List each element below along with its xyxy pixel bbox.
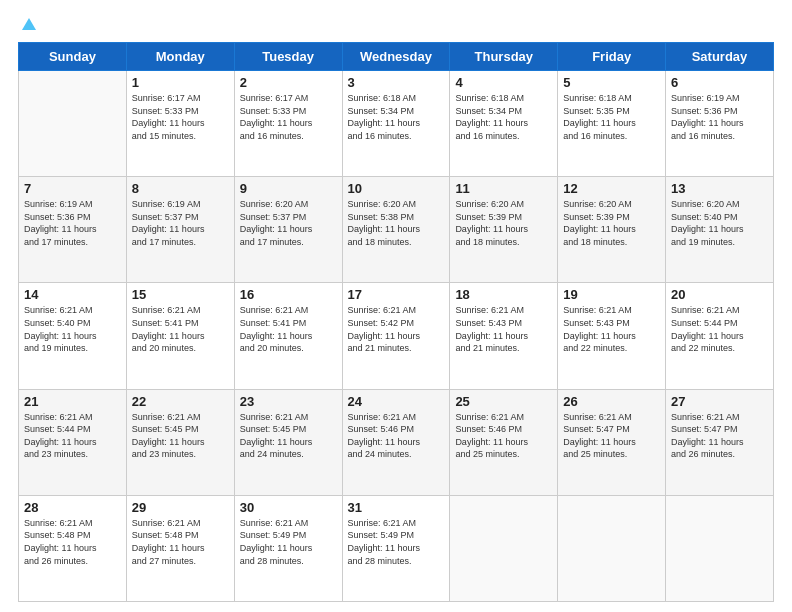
weekday-header-wednesday: Wednesday [342,43,450,71]
day-info: Sunrise: 6:21 AM Sunset: 5:45 PM Dayligh… [240,411,337,461]
calendar-day-9: 9Sunrise: 6:20 AM Sunset: 5:37 PM Daylig… [234,177,342,283]
day-info: Sunrise: 6:21 AM Sunset: 5:44 PM Dayligh… [671,304,768,354]
day-number: 12 [563,181,660,196]
day-info: Sunrise: 6:17 AM Sunset: 5:33 PM Dayligh… [240,92,337,142]
calendar-day-24: 24Sunrise: 6:21 AM Sunset: 5:46 PM Dayli… [342,389,450,495]
calendar-day-25: 25Sunrise: 6:21 AM Sunset: 5:46 PM Dayli… [450,389,558,495]
day-number: 20 [671,287,768,302]
day-info: Sunrise: 6:21 AM Sunset: 5:41 PM Dayligh… [132,304,229,354]
day-number: 24 [348,394,445,409]
day-info: Sunrise: 6:21 AM Sunset: 5:41 PM Dayligh… [240,304,337,354]
day-number: 10 [348,181,445,196]
weekday-header-monday: Monday [126,43,234,71]
logo-triangle-icon [22,18,36,30]
day-info: Sunrise: 6:21 AM Sunset: 5:43 PM Dayligh… [563,304,660,354]
day-number: 18 [455,287,552,302]
calendar-table: SundayMondayTuesdayWednesdayThursdayFrid… [18,42,774,602]
calendar-empty-cell [450,495,558,601]
calendar-day-31: 31Sunrise: 6:21 AM Sunset: 5:49 PM Dayli… [342,495,450,601]
calendar-week-row: 28Sunrise: 6:21 AM Sunset: 5:48 PM Dayli… [19,495,774,601]
day-number: 6 [671,75,768,90]
day-number: 22 [132,394,229,409]
calendar-day-5: 5Sunrise: 6:18 AM Sunset: 5:35 PM Daylig… [558,71,666,177]
calendar-day-28: 28Sunrise: 6:21 AM Sunset: 5:48 PM Dayli… [19,495,127,601]
day-info: Sunrise: 6:21 AM Sunset: 5:47 PM Dayligh… [563,411,660,461]
day-number: 3 [348,75,445,90]
calendar-week-row: 1Sunrise: 6:17 AM Sunset: 5:33 PM Daylig… [19,71,774,177]
weekday-header-friday: Friday [558,43,666,71]
calendar-week-row: 14Sunrise: 6:21 AM Sunset: 5:40 PM Dayli… [19,283,774,389]
calendar-day-1: 1Sunrise: 6:17 AM Sunset: 5:33 PM Daylig… [126,71,234,177]
calendar-day-15: 15Sunrise: 6:21 AM Sunset: 5:41 PM Dayli… [126,283,234,389]
calendar-empty-cell [666,495,774,601]
calendar-week-row: 21Sunrise: 6:21 AM Sunset: 5:44 PM Dayli… [19,389,774,495]
day-number: 9 [240,181,337,196]
day-number: 8 [132,181,229,196]
day-number: 28 [24,500,121,515]
day-info: Sunrise: 6:21 AM Sunset: 5:48 PM Dayligh… [24,517,121,567]
day-number: 27 [671,394,768,409]
day-info: Sunrise: 6:21 AM Sunset: 5:40 PM Dayligh… [24,304,121,354]
weekday-header-row: SundayMondayTuesdayWednesdayThursdayFrid… [19,43,774,71]
logo [18,18,36,32]
day-info: Sunrise: 6:21 AM Sunset: 5:49 PM Dayligh… [240,517,337,567]
weekday-header-thursday: Thursday [450,43,558,71]
day-number: 14 [24,287,121,302]
calendar-day-11: 11Sunrise: 6:20 AM Sunset: 5:39 PM Dayli… [450,177,558,283]
day-info: Sunrise: 6:21 AM Sunset: 5:47 PM Dayligh… [671,411,768,461]
day-number: 1 [132,75,229,90]
day-info: Sunrise: 6:21 AM Sunset: 5:43 PM Dayligh… [455,304,552,354]
day-number: 16 [240,287,337,302]
weekday-header-saturday: Saturday [666,43,774,71]
weekday-header-tuesday: Tuesday [234,43,342,71]
calendar-day-6: 6Sunrise: 6:19 AM Sunset: 5:36 PM Daylig… [666,71,774,177]
day-info: Sunrise: 6:18 AM Sunset: 5:35 PM Dayligh… [563,92,660,142]
calendar-week-row: 7Sunrise: 6:19 AM Sunset: 5:36 PM Daylig… [19,177,774,283]
day-info: Sunrise: 6:20 AM Sunset: 5:38 PM Dayligh… [348,198,445,248]
calendar-day-22: 22Sunrise: 6:21 AM Sunset: 5:45 PM Dayli… [126,389,234,495]
day-info: Sunrise: 6:20 AM Sunset: 5:40 PM Dayligh… [671,198,768,248]
day-number: 11 [455,181,552,196]
header [18,18,774,32]
calendar-day-4: 4Sunrise: 6:18 AM Sunset: 5:34 PM Daylig… [450,71,558,177]
calendar-day-23: 23Sunrise: 6:21 AM Sunset: 5:45 PM Dayli… [234,389,342,495]
day-number: 31 [348,500,445,515]
day-info: Sunrise: 6:18 AM Sunset: 5:34 PM Dayligh… [455,92,552,142]
calendar-day-20: 20Sunrise: 6:21 AM Sunset: 5:44 PM Dayli… [666,283,774,389]
day-number: 23 [240,394,337,409]
day-info: Sunrise: 6:20 AM Sunset: 5:39 PM Dayligh… [455,198,552,248]
day-number: 19 [563,287,660,302]
day-info: Sunrise: 6:20 AM Sunset: 5:39 PM Dayligh… [563,198,660,248]
day-number: 15 [132,287,229,302]
calendar-day-7: 7Sunrise: 6:19 AM Sunset: 5:36 PM Daylig… [19,177,127,283]
calendar-day-3: 3Sunrise: 6:18 AM Sunset: 5:34 PM Daylig… [342,71,450,177]
calendar-day-13: 13Sunrise: 6:20 AM Sunset: 5:40 PM Dayli… [666,177,774,283]
day-info: Sunrise: 6:21 AM Sunset: 5:42 PM Dayligh… [348,304,445,354]
calendar-day-21: 21Sunrise: 6:21 AM Sunset: 5:44 PM Dayli… [19,389,127,495]
calendar-empty-cell [558,495,666,601]
day-number: 7 [24,181,121,196]
calendar-day-30: 30Sunrise: 6:21 AM Sunset: 5:49 PM Dayli… [234,495,342,601]
calendar-day-26: 26Sunrise: 6:21 AM Sunset: 5:47 PM Dayli… [558,389,666,495]
day-info: Sunrise: 6:21 AM Sunset: 5:44 PM Dayligh… [24,411,121,461]
page: SundayMondayTuesdayWednesdayThursdayFrid… [0,0,792,612]
day-info: Sunrise: 6:17 AM Sunset: 5:33 PM Dayligh… [132,92,229,142]
day-number: 29 [132,500,229,515]
day-info: Sunrise: 6:21 AM Sunset: 5:48 PM Dayligh… [132,517,229,567]
calendar-day-2: 2Sunrise: 6:17 AM Sunset: 5:33 PM Daylig… [234,71,342,177]
calendar-day-29: 29Sunrise: 6:21 AM Sunset: 5:48 PM Dayli… [126,495,234,601]
day-number: 21 [24,394,121,409]
calendar-day-12: 12Sunrise: 6:20 AM Sunset: 5:39 PM Dayli… [558,177,666,283]
day-number: 13 [671,181,768,196]
day-info: Sunrise: 6:21 AM Sunset: 5:49 PM Dayligh… [348,517,445,567]
day-info: Sunrise: 6:19 AM Sunset: 5:36 PM Dayligh… [671,92,768,142]
day-info: Sunrise: 6:21 AM Sunset: 5:45 PM Dayligh… [132,411,229,461]
calendar-day-16: 16Sunrise: 6:21 AM Sunset: 5:41 PM Dayli… [234,283,342,389]
calendar-day-19: 19Sunrise: 6:21 AM Sunset: 5:43 PM Dayli… [558,283,666,389]
day-number: 30 [240,500,337,515]
calendar-day-10: 10Sunrise: 6:20 AM Sunset: 5:38 PM Dayli… [342,177,450,283]
day-info: Sunrise: 6:19 AM Sunset: 5:37 PM Dayligh… [132,198,229,248]
calendar-day-14: 14Sunrise: 6:21 AM Sunset: 5:40 PM Dayli… [19,283,127,389]
day-info: Sunrise: 6:20 AM Sunset: 5:37 PM Dayligh… [240,198,337,248]
calendar-day-8: 8Sunrise: 6:19 AM Sunset: 5:37 PM Daylig… [126,177,234,283]
